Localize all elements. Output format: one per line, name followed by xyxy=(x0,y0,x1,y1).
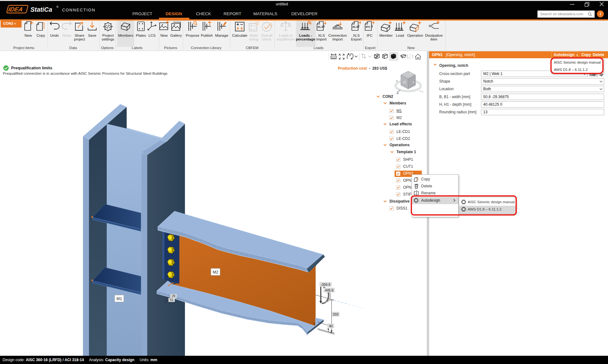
svg-text:XLS: XLS xyxy=(318,25,323,28)
svg-text:CONNECTION: CONNECTION xyxy=(62,8,95,12)
svg-text:StatiCa: StatiCa xyxy=(30,6,52,13)
svg-text:®: ® xyxy=(56,5,59,9)
svg-text:XLS: XLS xyxy=(352,25,358,28)
svg-text:IFC: IFC xyxy=(366,25,370,28)
svg-text:x: x xyxy=(413,80,414,84)
svg-text:IDEA: IDEA xyxy=(8,6,24,13)
svg-text:›Y: ›Y xyxy=(403,81,406,84)
